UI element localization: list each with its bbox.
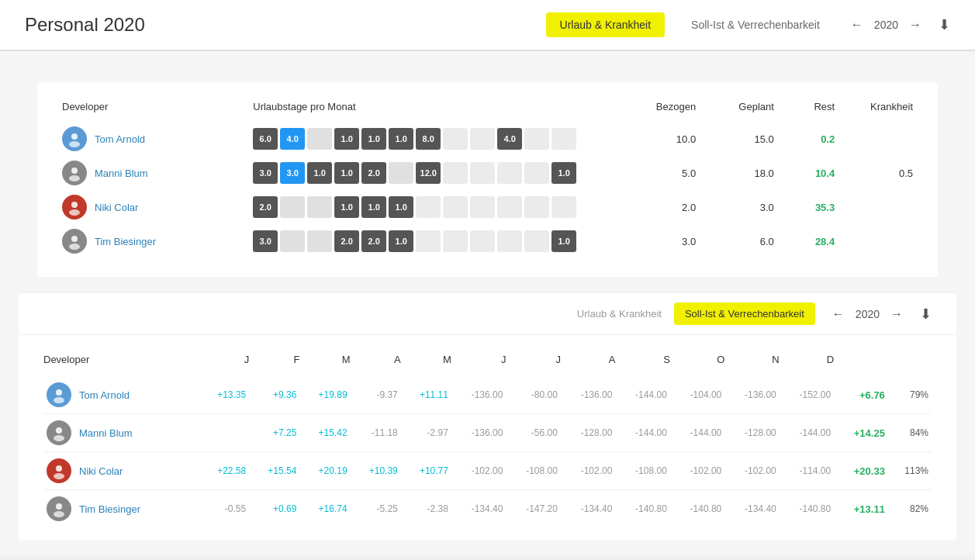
- next-year-btn-top[interactable]: →: [904, 16, 926, 33]
- col-f: F: [249, 354, 299, 376]
- val-a: +10.39: [351, 452, 401, 490]
- col-j: J: [199, 354, 249, 376]
- val-m: +20.19: [299, 452, 350, 490]
- dev-cell: Tom Arnold: [62, 122, 253, 156]
- dev-cell: Niki Colar: [62, 190, 253, 224]
- val-a: -9.37: [351, 376, 401, 414]
- total-val: +13.11: [834, 490, 888, 528]
- val-j2: -134.40: [451, 490, 506, 528]
- soll-ist-table: Developer J F M A M J J A S O N D: [43, 354, 932, 527]
- val-j3: -108.00: [506, 452, 560, 490]
- month-box: [470, 162, 495, 184]
- val-j: +13.35: [199, 376, 249, 414]
- val-n: -102.00: [724, 452, 779, 490]
- download-btn-bottom[interactable]: ⬇: [920, 306, 932, 323]
- col-m: M: [299, 354, 350, 376]
- month-box: 3.0: [253, 230, 278, 252]
- val-o: -144.00: [670, 414, 724, 452]
- dev-name[interactable]: Tom Arnold: [95, 133, 145, 145]
- month-box: 2.0: [361, 230, 386, 252]
- svg-point-10: [56, 427, 62, 434]
- month-box: [497, 230, 522, 252]
- total-val: +20.33: [834, 452, 888, 490]
- prev-year-btn-top[interactable]: ←: [846, 16, 868, 33]
- prev-year-btn-bottom[interactable]: ←: [828, 306, 849, 323]
- val-j2: -136.00: [451, 376, 506, 414]
- dev-name[interactable]: Tim Biesinger: [95, 236, 156, 247]
- val-a2: -128.00: [561, 414, 615, 452]
- month-box: [443, 162, 468, 184]
- val-j: +22.58: [199, 452, 249, 490]
- dev-cell-bottom: Niki Colar: [43, 452, 199, 490]
- tab-urlaub-top[interactable]: Urlaub & Krankheit: [546, 12, 666, 37]
- months-cell: 6.04.01.01.01.08.04.0: [253, 122, 617, 156]
- year-nav-bottom: ← 2020 →: [828, 306, 908, 323]
- month-box: 6.0: [253, 128, 278, 150]
- val-s: -144.00: [615, 414, 669, 452]
- month-box: [416, 230, 441, 252]
- val-m: +19.89: [299, 376, 350, 414]
- soll-ist-section: Developer J F M A M J J A S O N D: [19, 335, 956, 540]
- col-a2: A: [561, 354, 615, 376]
- month-box: 1.0: [551, 230, 576, 252]
- months-cell: 2.01.01.01.0: [253, 190, 617, 224]
- month-box: 3.0: [280, 162, 305, 184]
- val-j: [199, 414, 249, 452]
- rest-val: 0.2: [774, 122, 835, 156]
- val-s: -108.00: [615, 452, 669, 490]
- table-row: Manni Blum3.03.01.01.02.012.01.05.018.01…: [62, 156, 913, 190]
- col-m2: M: [401, 354, 451, 376]
- tab-soll-ist-bottom[interactable]: Soll-Ist & Verrechenbarkeit: [674, 302, 815, 325]
- table-row: Tom Arnold+13.35+9.36+19.89-9.37+11.11-1…: [43, 376, 932, 414]
- year-label-bottom: 2020: [856, 308, 880, 320]
- svg-point-13: [54, 473, 64, 479]
- year-label-top: 2020: [874, 19, 898, 31]
- tab-soll-ist-top[interactable]: Soll-Ist & Verrechenbarkeit: [677, 12, 834, 37]
- val-d: -114.00: [780, 452, 834, 490]
- val-d: -140.80: [780, 490, 834, 528]
- dev-name[interactable]: Manni Blum: [95, 168, 148, 179]
- table-row: Niki Colar+22.58+15.54+20.19+10.39+10.77…: [43, 452, 932, 490]
- month-box: [551, 196, 576, 218]
- svg-point-6: [71, 236, 78, 242]
- table-row: Tom Arnold6.04.01.01.01.08.04.010.015.00…: [62, 122, 913, 156]
- dev-name[interactable]: Niki Colar: [95, 202, 138, 213]
- bezogen-val: 10.0: [617, 122, 696, 156]
- val-f: +7.25: [249, 414, 299, 452]
- val-n: -136.00: [724, 376, 779, 414]
- col-a: A: [351, 354, 401, 376]
- months-cell: 3.02.02.01.01.0: [253, 224, 617, 258]
- val-j3: -56.00: [506, 414, 560, 452]
- col-rest: Rest: [774, 101, 835, 122]
- month-box: [524, 230, 549, 252]
- val-m2: -2.38: [401, 490, 451, 528]
- pct-val: 79%: [888, 376, 932, 414]
- rest-val: 35.3: [774, 190, 835, 224]
- val-o: -104.00: [670, 376, 724, 414]
- col-bezogen: Bezogen: [617, 101, 696, 122]
- month-box: [280, 230, 305, 252]
- rest-val: 10.4: [774, 156, 835, 190]
- val-m: +15.42: [299, 414, 350, 452]
- svg-point-4: [71, 202, 78, 208]
- month-box: 1.0: [389, 230, 413, 252]
- svg-point-5: [69, 209, 80, 216]
- month-box: 1.0: [389, 128, 413, 150]
- val-s: -144.00: [615, 376, 669, 414]
- month-box: [524, 162, 549, 184]
- dev-name[interactable]: Niki Colar: [79, 465, 123, 477]
- month-box: [307, 128, 332, 150]
- dev-name[interactable]: Manni Blum: [79, 427, 133, 439]
- year-nav-top: ← 2020 →: [846, 16, 926, 33]
- next-year-btn-bottom[interactable]: →: [886, 306, 908, 323]
- bezogen-val: 2.0: [617, 190, 696, 224]
- table-row: Tim Biesinger-0.55+0.69+16.74-5.25-2.38-…: [43, 490, 932, 528]
- download-btn-top[interactable]: ⬇: [939, 16, 950, 33]
- dev-cell-bottom: Tim Biesinger: [43, 490, 199, 528]
- month-box: [470, 128, 495, 150]
- dev-name[interactable]: Tim Biesinger: [79, 503, 140, 515]
- col-total: [834, 354, 888, 376]
- dev-name[interactable]: Tom Arnold: [79, 389, 130, 401]
- rest-val: 28.4: [774, 224, 835, 258]
- val-m: +16.74: [299, 490, 350, 528]
